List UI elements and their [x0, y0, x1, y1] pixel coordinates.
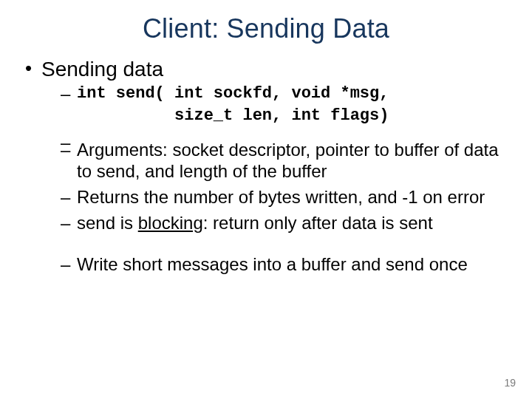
sub-arguments-text: Arguments: socket descriptor, pointer to…: [77, 140, 499, 181]
sub-arguments: Arguments: socket descriptor, pointer to…: [61, 139, 510, 183]
spacer: [61, 132, 510, 139]
slide-title: Client: Sending Data: [22, 13, 510, 44]
code-line-2: size_t len, int flags): [77, 105, 510, 127]
slide: Client: Sending Data Sending data int se…: [0, 0, 532, 399]
sub-returns: Returns the number of bytes written, and…: [61, 186, 510, 208]
bullet-sending-data: Sending data int send( int sockfd, void …: [24, 58, 510, 275]
bullet-list-level2: int send( int sockfd, void *msg, size_t …: [41, 83, 510, 275]
bullet-list-level1: Sending data int send( int sockfd, void …: [22, 58, 510, 275]
code-line-1: int send( int sockfd, void *msg,: [77, 83, 510, 105]
code-signature-item: int send( int sockfd, void *msg, size_t …: [61, 83, 510, 126]
sub-write-buffer: Write short messages into a buffer and s…: [61, 253, 510, 275]
sub-returns-text: Returns the number of bytes written, and…: [77, 187, 485, 207]
bullet-sending-data-text: Sending data: [41, 58, 163, 81]
page-number: 19: [504, 377, 516, 389]
sub-blocking-post: : return only after data is sent: [203, 213, 433, 233]
sub-blocking-pre: send is: [77, 213, 138, 233]
sub-write-buffer-text: Write short messages into a buffer and s…: [77, 254, 468, 274]
sub-blocking-word: blocking: [138, 213, 203, 233]
sub-blocking: send is blocking: return only after data…: [61, 212, 510, 233]
